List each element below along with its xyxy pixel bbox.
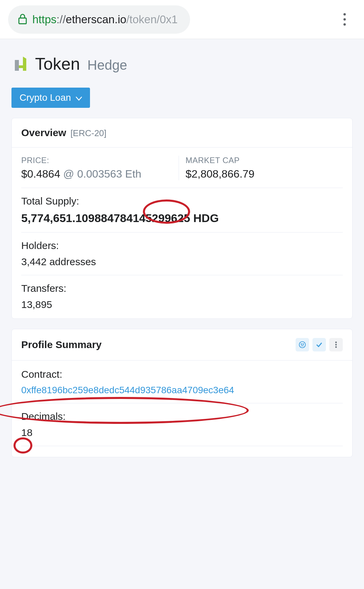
svg-rect-0 [19, 18, 26, 24]
transfers-value: 13,895 [21, 299, 343, 310]
price-eth: @ 0.003563 Eth [63, 168, 142, 180]
url-sep: :// [57, 13, 66, 26]
browser-address-bar: https://etherscan.io/token/0x1 [0, 0, 364, 39]
decimals-label: Decimals: [21, 411, 343, 422]
url-scheme: https [32, 13, 57, 26]
crypto-loan-button[interactable]: Crypto Loan [11, 88, 90, 108]
profile-card: Profile Summary Contract: 0xffe8196bc259… [11, 329, 353, 457]
overview-sub: [ERC-20] [70, 128, 107, 138]
transfers-label: Transfers: [21, 283, 343, 294]
price-value: $0.4864 @ 0.003563 Eth [21, 168, 172, 180]
overview-card: Overview [ERC-20] PRICE: $0.4864 @ 0.003… [11, 118, 353, 319]
svg-point-1 [299, 342, 305, 348]
url-text: https://etherscan.io/token/0x1 [32, 13, 178, 26]
profile-title: Profile Summary [21, 339, 101, 350]
supply-label: Total Supply: [21, 195, 343, 207]
page-title-row: Token Hedge [11, 54, 353, 74]
contract-address-link[interactable]: 0xffe8196bc259e8dedc544d935786aa4709ec3e… [21, 385, 234, 395]
url-path: /token/0x1 [126, 13, 178, 26]
title-main: Token [35, 55, 80, 73]
decimals-value: 18 [21, 427, 343, 438]
reputation-neutral-button[interactable] [296, 338, 309, 351]
contract-label: Contract: [21, 369, 343, 380]
verified-button[interactable] [312, 338, 326, 351]
url-pill[interactable]: https://etherscan.io/token/0x1 [8, 5, 190, 34]
browser-menu-icon[interactable] [336, 11, 353, 28]
title-sub: Hedge [87, 58, 127, 72]
more-options-button[interactable] [329, 338, 343, 351]
url-host: etherscan.io [66, 13, 126, 26]
mcap-value: $2,808,866.79 [186, 168, 336, 180]
price-mcap-row: PRICE: $0.4864 @ 0.003563 Eth MARKET CAP… [21, 156, 343, 180]
svg-point-5 [335, 342, 337, 343]
svg-point-6 [335, 344, 337, 346]
lock-icon [18, 13, 28, 26]
chevron-down-icon [76, 92, 82, 103]
tag-label: Crypto Loan [20, 92, 71, 103]
supply-tail: 5 HDG [184, 212, 219, 224]
supply-number: 5,774,651.10988478414529962 [21, 212, 184, 224]
holders-value: 3,442 addresses [21, 256, 343, 268]
overview-header: Overview [ERC-20] [12, 118, 352, 148]
svg-point-3 [303, 344, 304, 344]
page-content: Token Hedge Crypto Loan Overview [ERC-20… [0, 39, 364, 589]
svg-point-7 [335, 346, 337, 348]
page-title: Token Hedge [35, 54, 127, 74]
profile-actions [296, 338, 343, 351]
token-logo-icon [11, 54, 28, 74]
price-label: PRICE: [21, 156, 172, 165]
mcap-label: MARKET CAP [186, 156, 336, 165]
overview-title: Overview [21, 127, 66, 138]
profile-header: Profile Summary [12, 329, 352, 361]
supply-value: 5,774,651.109884784145299625 HDG [21, 212, 343, 225]
holders-label: Holders: [21, 240, 343, 251]
price-usd: $0.4864 [21, 168, 60, 180]
svg-point-2 [301, 344, 302, 344]
